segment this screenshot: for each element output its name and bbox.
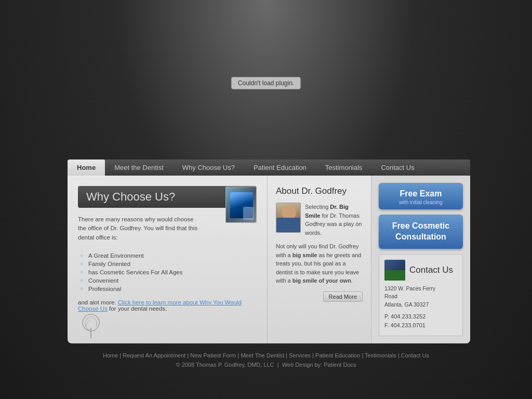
feature-item-family: Family Oriented: [80, 260, 257, 268]
about-title: About Dr. Godfrey: [276, 186, 363, 196]
web-design-credit: Web Design by: Patient Docs: [282, 362, 356, 368]
free-cosmetic-button[interactable]: Free CosmeticConsultation: [379, 215, 463, 249]
free-exam-button[interactable]: Free Exam with initial cleaning: [379, 183, 463, 209]
nav-item-home[interactable]: Home: [68, 159, 105, 176]
left-panel: Why Choose Us? There are many reasons wh…: [68, 176, 268, 343]
footer-link-new-patient[interactable]: New Patient Form: [190, 352, 236, 358]
navigation-bar: Home Meet the Dentist Why Choose Us? Pat…: [68, 159, 470, 176]
nav-item-patient-education[interactable]: Patient Education: [244, 159, 316, 176]
big-smile-1: big smile: [292, 252, 317, 258]
contact-address: 1320 W. Paces Ferry Road Atlanta, GA 303…: [384, 285, 457, 309]
free-exam-sublabel: with initial cleaning: [384, 200, 458, 205]
big-smile-2: big smile of your own: [292, 277, 351, 284]
contact-box-header: Contact Us: [384, 260, 457, 281]
feature-item-convenient: Convenient: [80, 276, 257, 285]
alot-more: and alot more.: [78, 299, 116, 305]
feature-list: A Great Environment Family Oriented has …: [80, 251, 257, 293]
doctor-intro-text: Selecting Dr. Big Smile for Dr. Thomas G…: [305, 203, 363, 237]
contact-box-title: Contact Us: [409, 265, 453, 275]
nav-item-why-choose[interactable]: Why Choose Us?: [173, 159, 244, 176]
nav-item-contact-us[interactable]: Contact Us: [371, 159, 423, 176]
about-body-text: Not only will you find Dr. Godfrey with …: [276, 242, 363, 285]
footer-copyright: © 2008 Thomas P. Godfrey, DMD, LLC | Web…: [0, 362, 532, 368]
contact-thumbnail-image: [384, 260, 405, 281]
read-more-button[interactable]: Read More: [323, 291, 363, 302]
footer-link-home[interactable]: Home: [103, 352, 118, 358]
contact-box: Contact Us 1320 W. Paces Ferry Road Atla…: [379, 254, 463, 336]
nav-item-meet-dentist[interactable]: Meet the Dentist: [105, 159, 173, 176]
doctor-avatar-image: [276, 203, 301, 233]
middle-panel: About Dr. Godfrey Selecting Dr. Big Smil…: [268, 176, 371, 343]
footer-link-appointment[interactable]: Request An Appointment: [123, 352, 185, 358]
footer-link-services[interactable]: Services: [289, 352, 311, 358]
right-panel: Free Exam with initial cleaning Free Cos…: [371, 176, 470, 343]
footer-link-patient-education[interactable]: Patient Education: [315, 352, 360, 358]
plugin-error-message: Couldn't load plugin.: [231, 77, 301, 89]
footer: Home | Request An Appointment | New Pati…: [0, 352, 532, 368]
nav-item-testimonials[interactable]: Testimonials: [316, 159, 372, 176]
why-choose-description: There are many reasons why would choose …: [78, 215, 203, 242]
content-area: Why Choose Us? There are many reasons wh…: [68, 176, 470, 343]
footer-link-meet-dentist[interactable]: Meet The Dentist: [241, 352, 284, 358]
feature-item-professional: Professional: [80, 285, 257, 293]
feature-item-cosmetic: has Cosmetic Services For All Ages: [80, 268, 257, 276]
free-exam-label: Free Exam: [384, 189, 458, 198]
footer-link-contact[interactable]: Contact Us: [401, 352, 429, 358]
learn-more-suffix: for your dental needs.: [109, 305, 167, 312]
footer-link-testimonials[interactable]: Testimonials: [365, 352, 396, 358]
footer-links: Home | Request An Appointment | New Pati…: [0, 352, 532, 358]
tree-decoration-icon: [78, 312, 104, 338]
feature-item-environment: A Great Environment: [80, 251, 257, 260]
contact-phone: P. 404.233.3252 F. 404.233.0701: [384, 312, 457, 330]
more-text: and alot more. Click here to learn more …: [78, 299, 257, 312]
main-wrapper: Home Meet the Dentist Why Choose Us? Pat…: [68, 159, 470, 343]
dental-office-image: [225, 187, 257, 223]
doctor-info: Selecting Dr. Big Smile for Dr. Thomas G…: [276, 203, 363, 237]
